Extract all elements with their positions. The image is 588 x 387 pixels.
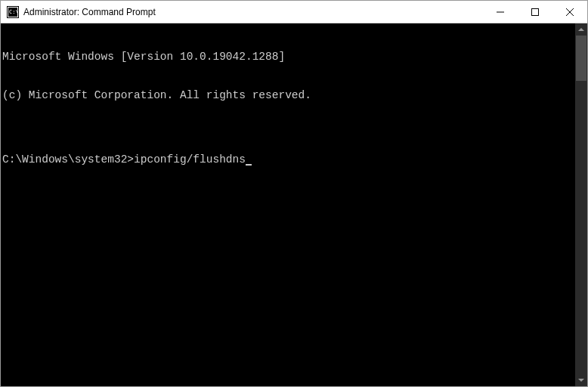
vertical-scrollbar[interactable] [575, 23, 587, 386]
command-input[interactable]: ipconfig/flushdns [134, 153, 246, 166]
minimize-button[interactable] [483, 1, 518, 23]
cmd-icon: C:\ [7, 6, 19, 18]
scroll-up-arrow-icon[interactable] [575, 23, 587, 36]
svg-text:C:\: C:\ [9, 9, 19, 15]
terminal-output[interactable]: Microsoft Windows [Version 10.0.19042.12… [1, 23, 575, 386]
prompt-line: C:\Windows\system32>ipconfig/flushdns [2, 153, 575, 166]
svg-marker-8 [578, 28, 584, 31]
maximize-button[interactable] [518, 1, 552, 23]
window-controls [483, 1, 587, 23]
prompt: C:\Windows\system32> [2, 153, 134, 166]
scroll-down-arrow-icon[interactable] [575, 374, 587, 386]
window-title: Administrator: Command Prompt [23, 7, 483, 17]
output-line: Microsoft Windows [Version 10.0.19042.12… [2, 51, 575, 63]
scroll-thumb[interactable] [576, 36, 586, 81]
close-button[interactable] [552, 1, 587, 23]
svg-rect-5 [532, 8, 539, 15]
terminal-area[interactable]: Microsoft Windows [Version 10.0.19042.12… [1, 23, 587, 386]
titlebar: C:\ Administrator: Command Prompt [1, 1, 587, 23]
cursor [246, 164, 252, 166]
output-line: (c) Microsoft Corporation. All rights re… [2, 89, 575, 102]
svg-marker-9 [578, 379, 584, 382]
